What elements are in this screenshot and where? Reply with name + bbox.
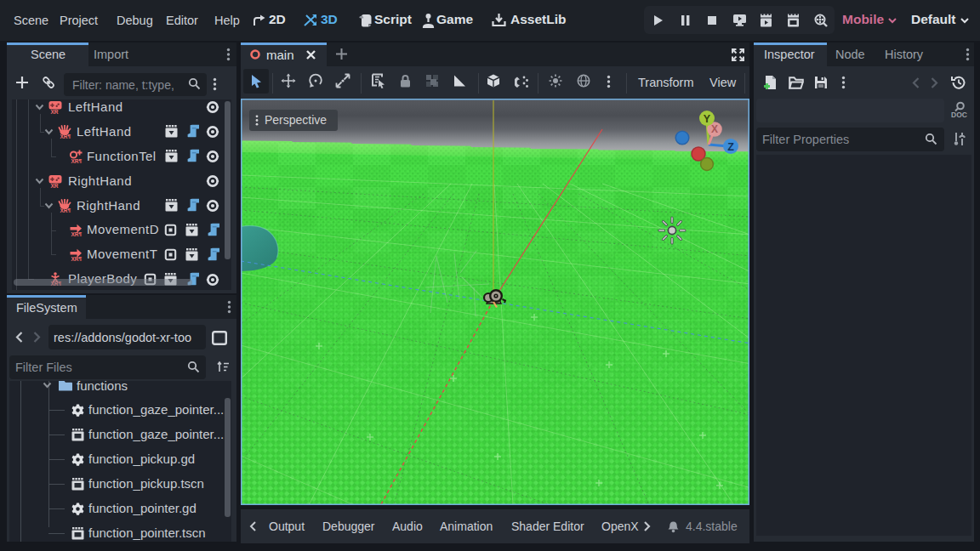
svg-text:XR¶: XR¶ (60, 207, 71, 213)
svg-text:XR: XR (51, 109, 59, 114)
svg-text:XR¶: XR¶ (71, 231, 83, 236)
svg-text:Y: Y (704, 113, 711, 125)
svg-text:XR¶: XR¶ (71, 256, 83, 261)
svg-text:DOC: DOC (951, 111, 967, 119)
svg-text:Z: Z (727, 141, 734, 153)
svg-text:XR: XR (51, 183, 59, 188)
svg-text:X: X (711, 123, 718, 135)
svg-text:XR¶: XR¶ (71, 158, 83, 163)
svg-text:XR¶: XR¶ (60, 133, 71, 139)
